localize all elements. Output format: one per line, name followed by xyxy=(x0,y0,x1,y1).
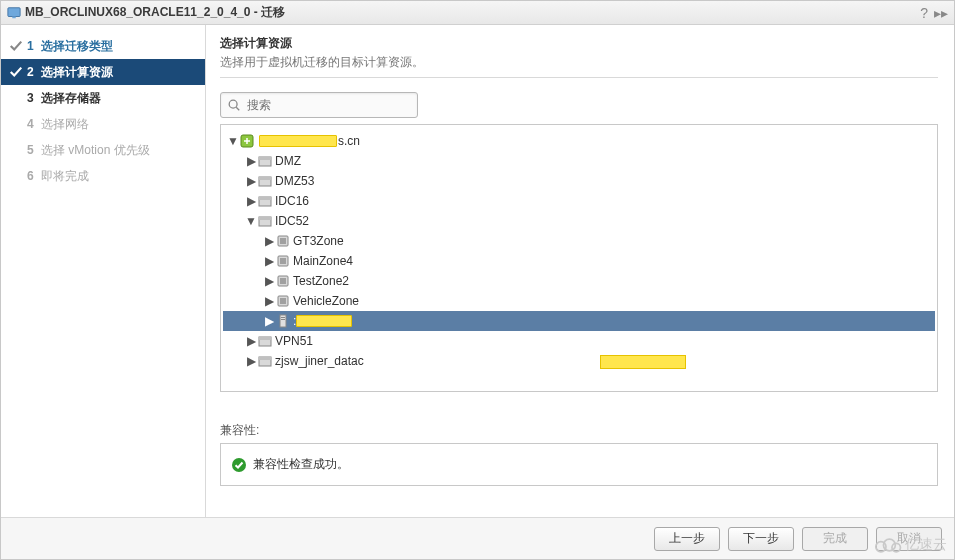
wizard-step-1[interactable]: 1 选择迁移类型 xyxy=(1,33,205,59)
page-subtitle: 选择用于虚拟机迁移的目标计算资源。 xyxy=(220,54,938,78)
svg-rect-1 xyxy=(12,16,16,18)
wizard-step-3[interactable]: 3 选择存储器 xyxy=(1,85,205,111)
tree-root[interactable]: ▼s.cn xyxy=(223,131,935,151)
compatibility-panel: 兼容性检查成功。 xyxy=(220,443,938,486)
tree-node-IDC16[interactable]: ▶IDC16 xyxy=(223,191,935,211)
wizard-step-6: 6 即将完成 xyxy=(1,163,205,189)
wizard-step-2[interactable]: 2 选择计算资源 xyxy=(1,59,205,85)
finish-button: 完成 xyxy=(802,527,868,551)
tree-node-selected-host[interactable]: ▶: xyxy=(223,311,935,331)
success-icon xyxy=(231,457,247,473)
svg-rect-23 xyxy=(281,319,285,320)
back-button[interactable]: 上一步 xyxy=(654,527,720,551)
svg-rect-25 xyxy=(259,337,271,340)
dialog-title: MB_ORCLINUX68_ORACLE11_2_0_4_0 - 迁移 xyxy=(25,4,285,21)
resource-tree[interactable]: ▼s.cn▶DMZ▶DMZ53▶IDC16▼IDC52▶GT3Zone▶Main… xyxy=(220,124,938,392)
tree-node-DMZ[interactable]: ▶DMZ xyxy=(223,151,935,171)
svg-rect-21 xyxy=(280,315,286,327)
svg-rect-6 xyxy=(259,157,271,160)
redacted-overlay xyxy=(600,355,686,369)
vm-icon xyxy=(7,6,21,20)
svg-rect-27 xyxy=(259,357,271,360)
wizard-steps-sidebar: 1 选择迁移类型2 选择计算资源3 选择存储器4 选择网络5 选择 vMotio… xyxy=(1,25,206,517)
svg-rect-10 xyxy=(259,197,271,200)
svg-rect-22 xyxy=(281,317,285,318)
tree-node-VPN51[interactable]: ▶VPN51 xyxy=(223,331,935,351)
svg-point-2 xyxy=(229,100,237,108)
svg-rect-0 xyxy=(8,7,20,16)
dialog-footer: 上一步 下一步 完成 取消 xyxy=(1,517,954,559)
svg-rect-20 xyxy=(280,298,286,304)
tree-node-TestZone2[interactable]: ▶TestZone2 xyxy=(223,271,935,291)
title-bar: MB_ORCLINUX68_ORACLE11_2_0_4_0 - 迁移 ? ▸▸ xyxy=(1,1,954,25)
tree-node-GT3Zone[interactable]: ▶GT3Zone xyxy=(223,231,935,251)
tree-node-IDC52[interactable]: ▼IDC52 xyxy=(223,211,935,231)
svg-line-3 xyxy=(236,107,239,110)
help-icon[interactable]: ? xyxy=(920,5,928,21)
page-title: 选择计算资源 xyxy=(220,35,938,52)
wizard-step-4: 4 选择网络 xyxy=(1,111,205,137)
search-box[interactable] xyxy=(220,92,418,118)
search-icon xyxy=(227,98,241,112)
next-button[interactable]: 下一步 xyxy=(728,527,794,551)
svg-rect-12 xyxy=(259,217,271,220)
search-input[interactable] xyxy=(245,97,411,113)
tree-node-MainZone4[interactable]: ▶MainZone4 xyxy=(223,251,935,271)
compatibility-label: 兼容性: xyxy=(220,422,938,439)
wizard-step-5: 5 选择 vMotion 优先级 xyxy=(1,137,205,163)
svg-rect-14 xyxy=(280,238,286,244)
cancel-button: 取消 xyxy=(876,527,942,551)
svg-rect-8 xyxy=(259,177,271,180)
forward-icon[interactable]: ▸▸ xyxy=(934,5,948,21)
tree-node-VehicleZone[interactable]: ▶VehicleZone xyxy=(223,291,935,311)
svg-rect-18 xyxy=(280,278,286,284)
tree-node-DMZ53[interactable]: ▶DMZ53 xyxy=(223,171,935,191)
tree-node-zjsw_jiner_datac[interactable]: ▶zjsw_jiner_datac xyxy=(223,351,935,371)
svg-rect-16 xyxy=(280,258,286,264)
compatibility-message: 兼容性检查成功。 xyxy=(253,456,349,473)
